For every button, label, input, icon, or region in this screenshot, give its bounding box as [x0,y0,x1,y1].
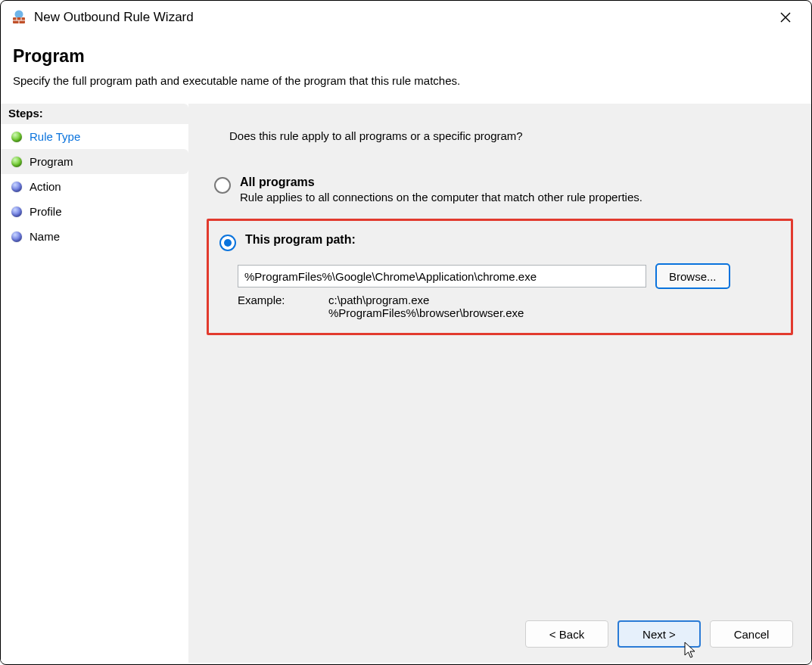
bullet-icon [11,182,22,192]
example-values: c:\path\program.exe %ProgramFiles%\brows… [328,294,524,319]
next-button[interactable]: Next > [618,620,701,648]
option-desc: Rule applies to all connections on the c… [240,191,787,204]
example-label: Example: [238,294,298,319]
program-path-input[interactable] [238,265,646,287]
browse-button[interactable]: Browse... [655,263,730,289]
step-rule-type[interactable]: Rule Type [1,124,188,149]
option-all-programs[interactable]: All programs Rule applies to all connect… [207,171,793,208]
step-program[interactable]: Program [1,149,188,174]
step-label: Rule Type [30,130,80,143]
step-label: Action [30,180,61,193]
option-title: All programs [240,176,787,189]
radio-this-program-path[interactable] [219,235,236,251]
step-label: Program [30,155,73,168]
radio-all-programs[interactable] [214,177,231,194]
prompt-text: Does this rule apply to all programs or … [207,119,793,171]
wizard-content: Does this rule apply to all programs or … [188,104,811,663]
page-title: Program [13,46,799,67]
highlighted-section: This program path: Browse... Example: c:… [207,219,793,335]
svg-point-0 [15,11,23,19]
window-title: New Outbound Rule Wizard [34,10,194,25]
page-subtitle: Specify the full program path and execut… [13,74,799,87]
steps-sidebar: Steps: Rule Type Program Action Profile … [1,104,188,663]
bullet-icon [11,232,22,242]
close-icon [779,11,792,23]
option-title: This program path: [245,233,771,247]
wizard-footer: < Back Next > Cancel [525,620,793,648]
close-button[interactable] [770,5,801,30]
step-label: Profile [30,205,62,218]
bullet-icon [11,207,22,217]
step-profile[interactable]: Profile [1,199,188,224]
step-name[interactable]: Name [1,224,188,249]
firewall-icon [11,10,26,25]
titlebar: New Outbound Rule Wizard [1,1,811,34]
wizard-header: Program Specify the full program path an… [1,34,811,104]
bullet-icon [11,157,22,167]
bullet-icon [11,132,22,142]
option-this-program-path[interactable]: This program path: [212,228,777,256]
step-label: Name [30,230,60,243]
cancel-button[interactable]: Cancel [710,620,793,648]
steps-heading: Steps: [1,104,188,124]
step-action[interactable]: Action [1,174,188,199]
back-button[interactable]: < Back [525,620,608,648]
